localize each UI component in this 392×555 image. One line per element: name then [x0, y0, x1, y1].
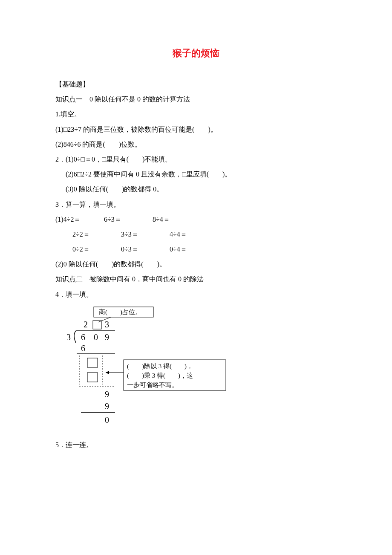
remainder-0: 0	[105, 415, 109, 425]
sub-6: 6	[81, 344, 85, 353]
step-blank-2	[87, 373, 98, 382]
division-svg: 商( )占位。 2 3 3 6 0 9 6	[60, 305, 239, 437]
q5-header: 5．连一连。	[55, 437, 337, 452]
knowledge-point-2: 知识点二 被除数中间有 0，商中间也有 0 的除法	[55, 272, 337, 286]
svg-marker-7	[106, 371, 109, 374]
page-content: 猴子的烦恼 【基础题】 知识点一 0 除以任何不是 0 的数的计算方法 1.填空…	[0, 0, 392, 478]
q1-item-2: (2)846÷6 的商是( )位数。	[55, 137, 337, 152]
q3-2c: 4÷4＝	[170, 227, 216, 242]
q2-item-3: (3)0 除以任何( )的数都得 0。	[55, 182, 337, 197]
quotient-digit-3: 3	[105, 320, 109, 329]
section-basic-label: 【基础题】	[55, 77, 337, 92]
q1-item-1: (1)□23÷7 的商是三位数，被除数的百位可能是( )。	[55, 122, 337, 137]
note-line-3: 一步可省略不写。	[127, 382, 178, 388]
top-label-text: 商( )占位。	[99, 309, 141, 316]
dividend-6: 6	[81, 332, 85, 342]
q3-3a: 0÷2＝	[72, 242, 119, 257]
q3-1a: (1)4÷2＝	[55, 212, 102, 227]
q4-header: 4．填一填。	[55, 287, 337, 302]
q3-item-2: (2)0 除以任何( )的数都得( )。	[55, 257, 337, 272]
document-title: 猴子的烦恼	[55, 47, 337, 60]
quotient-digit-2: 2	[84, 320, 88, 329]
q3-2b: 3÷3＝	[121, 227, 168, 242]
note-line-2: ( )乘 3 得( )，这	[127, 372, 193, 379]
q3-1b: 6÷3＝	[104, 212, 151, 227]
dividend-9: 9	[105, 332, 109, 342]
step-blank-1	[87, 358, 98, 367]
q3-3b: 0÷3＝	[121, 242, 168, 257]
q2-item-2: (2)6□2÷2 要使商中间有 0 且没有余数，□里应填( )。	[55, 167, 337, 182]
dividend-0: 0	[94, 332, 98, 342]
q3-row-3: 0÷2＝ 0÷3＝ 0÷4＝	[55, 242, 337, 257]
divisor-3: 3	[66, 332, 71, 342]
q3-3c: 0÷4＝	[170, 242, 216, 257]
knowledge-point-1: 知识点一 0 除以任何不是 0 的数的计算方法	[55, 92, 337, 107]
q2-item-1: 2．(1)0÷□＝0，□里只有( )不能填。	[55, 152, 337, 167]
q3-1c: 8÷4＝	[153, 212, 199, 227]
bringdown-9: 9	[105, 390, 109, 399]
q3-2a: 2÷2＝	[72, 227, 119, 242]
quotient-blank-box	[93, 321, 101, 329]
q1-header: 1.填空。	[55, 107, 337, 121]
long-division-figure: 商( )占位。 2 3 3 6 0 9 6	[60, 305, 230, 437]
q3-row-1: (1)4÷2＝ 6÷3＝ 8÷4＝	[55, 212, 337, 227]
q3-row-2: 2÷2＝ 3÷3＝ 4÷4＝	[55, 227, 337, 242]
q3-header: 3．算一算，填一填。	[55, 197, 337, 212]
note-line-1: ( )除以 3 得( )，	[127, 363, 193, 370]
sub-9: 9	[105, 402, 109, 411]
